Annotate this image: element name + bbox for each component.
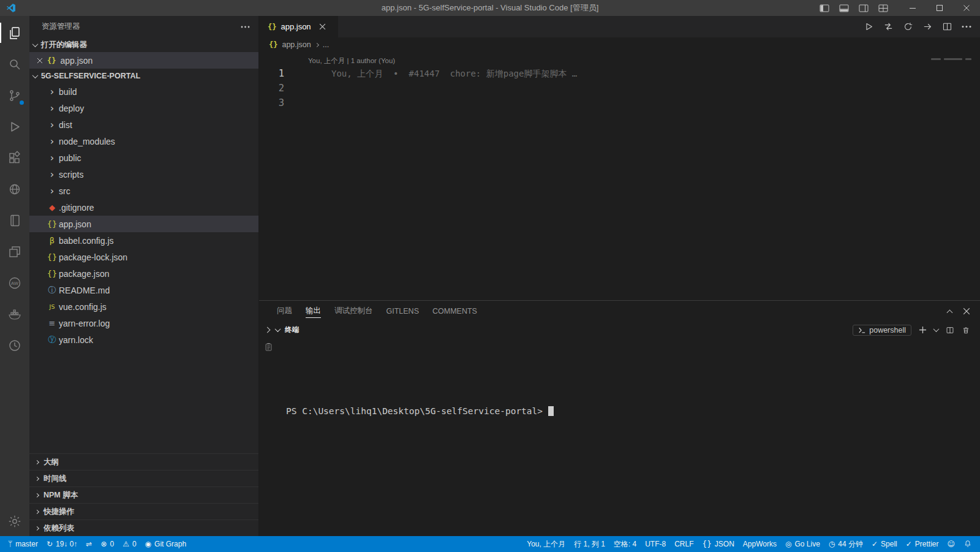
tree-item[interactable]: {} package-lock.json xyxy=(29,249,258,265)
book-icon[interactable] xyxy=(0,205,29,236)
open-editor-item[interactable]: {} app.json xyxy=(29,52,258,69)
status-item[interactable]: AppWorks xyxy=(739,536,781,552)
tree-item[interactable]: › dist xyxy=(29,116,258,133)
status-item[interactable]: 空格: 4 xyxy=(609,536,641,552)
status-item[interactable]: UTF-8 xyxy=(641,536,670,552)
project-root-header[interactable]: 5G-SELFSERVICE-PORTAL xyxy=(29,69,258,83)
status-item[interactable]: ✓ Spell xyxy=(867,536,902,552)
run-and-debug-icon[interactable] xyxy=(0,111,29,142)
tree-item[interactable]: ⓨ yarn.lock xyxy=(29,331,258,348)
status-item[interactable]: You, 上个月 xyxy=(522,536,570,552)
breadcrumb-file[interactable]: app.json xyxy=(282,40,311,49)
appworks-icon[interactable]: AW xyxy=(0,267,29,298)
explorer-icon[interactable] xyxy=(0,17,29,48)
search-icon[interactable] xyxy=(0,48,29,80)
open-changes-icon[interactable] xyxy=(883,21,894,32)
globe-icon[interactable] xyxy=(0,173,29,205)
close-button[interactable] xyxy=(953,0,980,16)
tree-item[interactable]: › deploy xyxy=(29,100,258,116)
panel-maximize-icon[interactable] xyxy=(947,309,953,316)
tab-app-json[interactable]: {} app.json xyxy=(259,16,339,37)
split-editor-icon[interactable] xyxy=(942,21,952,32)
codelens-annotation[interactable]: You, 上个月 | 1 author (You) xyxy=(308,56,980,66)
sidebar-section[interactable]: 快捷操作 xyxy=(29,503,258,520)
more-actions-icon[interactable] xyxy=(962,25,971,28)
sidebar-section[interactable]: NPM 脚本 xyxy=(29,486,258,503)
clear-output-icon[interactable] xyxy=(264,342,273,352)
tree-item[interactable]: β babel.config.js xyxy=(29,232,258,249)
minimap[interactable] xyxy=(931,58,971,60)
menu-item[interactable] xyxy=(20,0,31,16)
breadcrumb-more[interactable]: ... xyxy=(323,40,329,49)
notifications-bell-icon[interactable] xyxy=(959,536,976,552)
panel-tab[interactable]: COMMENTS xyxy=(426,301,484,321)
new-terminal-icon[interactable] xyxy=(919,326,927,334)
tree-item[interactable]: {} package.json xyxy=(29,265,258,282)
tree-item[interactable]: {} app.json xyxy=(29,216,258,232)
refresh-icon[interactable] xyxy=(903,21,913,32)
menu-item[interactable] xyxy=(64,0,75,16)
run-icon[interactable] xyxy=(864,21,874,32)
code-editor[interactable]: You, 上个月 | 1 author (You) 1 You, 上个月 • #… xyxy=(259,52,980,300)
tree-item[interactable]: JS vue.config.js xyxy=(29,298,258,315)
panel-tab[interactable]: 问题 xyxy=(270,301,299,321)
menu-item[interactable] xyxy=(75,0,86,16)
settings-gear-icon[interactable] xyxy=(0,507,29,536)
tree-item[interactable]: › node_modules xyxy=(29,133,258,149)
toggle-panel-icon[interactable] xyxy=(839,4,849,12)
panel-tab[interactable]: 输出 xyxy=(299,301,328,321)
status-item[interactable]: ⇌ xyxy=(81,536,96,552)
terminal-section-header[interactable]: 终端 xyxy=(276,325,299,335)
terminal[interactable]: PS C:\Users\lihq1\Desktop\5G-selfService… xyxy=(259,339,980,536)
toggle-sidebar-icon[interactable] xyxy=(820,4,829,12)
panel-tab[interactable]: GITLENS xyxy=(380,301,426,321)
go-forward-icon[interactable] xyxy=(922,21,933,32)
kill-terminal-icon[interactable] xyxy=(962,326,970,335)
status-item[interactable]: ◉ Git Graph xyxy=(141,536,191,552)
source-control-icon[interactable] xyxy=(0,80,29,111)
tree-item[interactable]: › build xyxy=(29,83,258,100)
status-item[interactable]: ᛘ master xyxy=(4,536,42,552)
tree-item[interactable]: › scripts xyxy=(29,166,258,183)
close-icon[interactable] xyxy=(37,58,43,64)
clock-icon[interactable] xyxy=(0,330,29,361)
menu-item[interactable] xyxy=(86,0,97,16)
sidebar-section[interactable]: 时间线 xyxy=(29,470,258,486)
tree-item[interactable]: › src xyxy=(29,183,258,199)
customize-layout-icon[interactable] xyxy=(878,4,888,12)
extensions-icon[interactable] xyxy=(0,142,29,173)
tree-item[interactable]: › public xyxy=(29,149,258,166)
status-item[interactable]: ◎ Go Live xyxy=(781,536,824,552)
docker-icon[interactable] xyxy=(0,298,29,330)
status-item[interactable]: ⚠ 0 xyxy=(118,536,140,552)
status-item[interactable]: ↻ 19↓ 0↑ xyxy=(42,536,81,552)
breadcrumb[interactable]: {} app.json ... xyxy=(259,37,980,52)
menu-item[interactable] xyxy=(97,0,108,16)
status-item[interactable]: ✓ Prettier xyxy=(902,536,943,552)
maximize-button[interactable] xyxy=(926,0,953,16)
sidebar-section[interactable]: 大纲 xyxy=(29,453,258,470)
split-terminal-icon[interactable] xyxy=(946,326,954,335)
sidebar-section[interactable]: 依赖列表 xyxy=(29,520,258,536)
status-item[interactable]: ⊗ 0 xyxy=(96,536,118,552)
open-editors-header[interactable]: 打开的编辑器 xyxy=(29,37,258,52)
menu-item[interactable] xyxy=(31,0,42,16)
panel-left-chevron-icon[interactable] xyxy=(265,327,271,333)
close-icon[interactable] xyxy=(319,23,326,30)
panel-close-icon[interactable] xyxy=(963,308,970,315)
terminal-dropdown-icon[interactable] xyxy=(933,326,940,332)
tree-item[interactable]: ≡ yarn-error.log xyxy=(29,315,258,331)
windows-icon[interactable] xyxy=(0,236,29,267)
status-item[interactable]: {} JSON xyxy=(698,536,739,552)
menu-item[interactable] xyxy=(53,0,64,16)
tree-item[interactable]: ◆ .gitignore xyxy=(29,199,258,216)
more-actions-icon[interactable] xyxy=(241,26,250,28)
panel-tab[interactable]: 调试控制台 xyxy=(328,301,380,321)
shell-selector[interactable]: powershell xyxy=(853,325,911,336)
status-item[interactable]: ☺ xyxy=(943,536,959,552)
status-item[interactable]: 行 1, 列 1 xyxy=(570,536,609,552)
status-item[interactable]: CRLF xyxy=(670,536,698,552)
toggle-secondary-sidebar-icon[interactable] xyxy=(859,4,869,12)
minimize-button[interactable] xyxy=(899,0,926,16)
tree-item[interactable]: ⓘ README.md xyxy=(29,282,258,298)
